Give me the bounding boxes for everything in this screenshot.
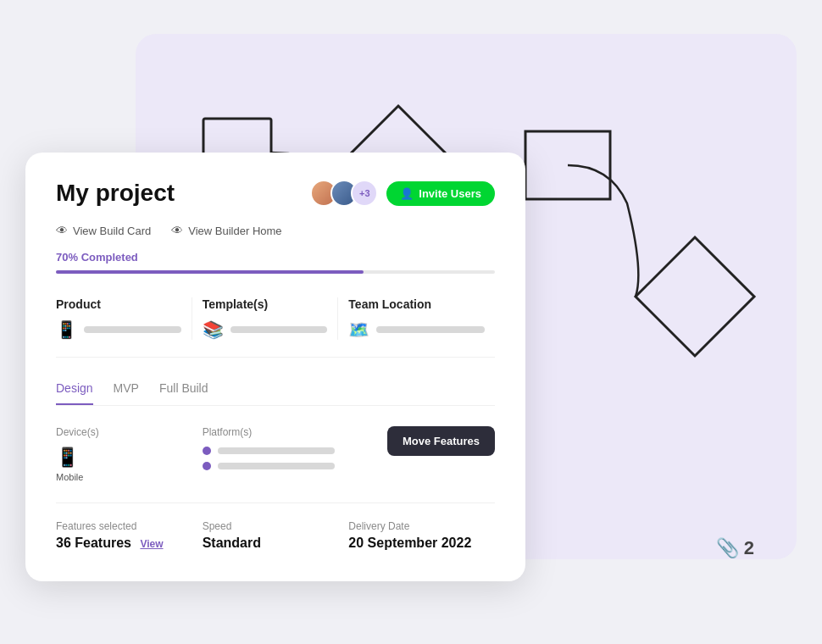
card-header: My project +3 👤 Invite Users [56, 180, 495, 207]
view-build-card-link[interactable]: 👁 View Build Card [56, 224, 151, 237]
product-value-row: 📱 [56, 319, 181, 340]
platforms-col: Platform(s) [203, 426, 349, 470]
bottom-speed: Speed Standard [203, 520, 349, 551]
view-features-link[interactable]: View [140, 538, 163, 550]
svg-marker-5 [636, 237, 754, 356]
delivery-label: Delivery Date [348, 520, 495, 532]
avatar-count: +3 [351, 180, 378, 207]
move-button-col: Move Features [348, 426, 495, 456]
user-plus-icon: 👤 [400, 187, 414, 200]
platform-bar-row-2 [203, 462, 336, 470]
speed-value: Standard [203, 536, 349, 551]
bottom-delivery: Delivery Date 20 September 2022 [348, 520, 495, 551]
info-grid: Product 📱 Template(s) 📚 Team Location 🗺️ [56, 297, 495, 358]
platform-bar-2 [218, 463, 336, 469]
mobile-icon: 📱 [56, 319, 77, 340]
device-name: Mobile [56, 472, 189, 482]
info-item-product: Product 📱 [56, 297, 192, 340]
speed-label: Speed [203, 520, 349, 532]
features-value: 36 Features View [56, 536, 203, 551]
eye-icon-2: 👁 [171, 224, 183, 237]
templates-bar [230, 326, 328, 333]
attachment-icon: 📎 [716, 537, 739, 559]
avatars-group: +3 [310, 180, 378, 207]
platform-bars [203, 447, 336, 470]
progress-label: 70% Completed [56, 251, 495, 264]
product-bar [84, 326, 181, 333]
templates-label: Template(s) [203, 297, 328, 311]
tab-design[interactable]: Design [56, 381, 93, 405]
eye-icon: 👁 [56, 224, 68, 237]
tab-mvp[interactable]: MVP [114, 381, 139, 405]
devices-col: Device(s) 📱 Mobile [56, 426, 203, 482]
platform-dot-2 [203, 462, 211, 470]
team-location-bar [376, 326, 485, 333]
devices-label: Device(s) [56, 426, 189, 438]
project-title: My project [56, 180, 175, 207]
attachment-count: 2 [744, 537, 754, 559]
move-features-button[interactable]: Move Features [387, 426, 495, 456]
templates-value-row: 📚 [203, 319, 328, 340]
platform-bar-1 [218, 447, 336, 454]
platform-dot-1 [203, 447, 211, 455]
header-right: +3 👤 Invite Users [310, 180, 495, 207]
team-location-value-row: 🗺️ [348, 319, 485, 340]
layers-icon: 📚 [203, 319, 224, 340]
info-item-team-location: Team Location 🗺️ [348, 297, 495, 340]
product-label: Product [56, 297, 181, 311]
nav-links: 👁 View Build Card 👁 View Builder Home [56, 224, 495, 237]
tab-full-build[interactable]: Full Build [159, 381, 208, 405]
info-item-templates: Template(s) 📚 [203, 297, 339, 340]
platform-bar-row-1 [203, 447, 336, 455]
project-card: My project +3 👤 Invite Users 👁 View Buil… [25, 153, 525, 581]
bottom-info: Features selected 36 Features View Speed… [56, 502, 495, 551]
map-icon: 🗺️ [348, 319, 369, 340]
delivery-value: 20 September 2022 [348, 536, 495, 551]
invite-users-button[interactable]: 👤 Invite Users [386, 181, 495, 206]
progress-section: 70% Completed [56, 251, 495, 274]
features-label: Features selected [56, 520, 203, 532]
progress-bar-fill [56, 270, 364, 274]
bottom-features: Features selected 36 Features View [56, 520, 203, 551]
device-icon: 📱 [56, 447, 189, 469]
platforms-label: Platform(s) [203, 426, 336, 438]
design-content: Device(s) 📱 Mobile Platform(s) Move Feat… [56, 426, 495, 482]
attachment-badge: 📎 2 [716, 537, 754, 559]
team-location-label: Team Location [348, 297, 485, 311]
tabs: Design MVP Full Build [56, 381, 495, 406]
progress-bar-background [56, 270, 495, 274]
view-builder-home-link[interactable]: 👁 View Builder Home [171, 224, 281, 237]
